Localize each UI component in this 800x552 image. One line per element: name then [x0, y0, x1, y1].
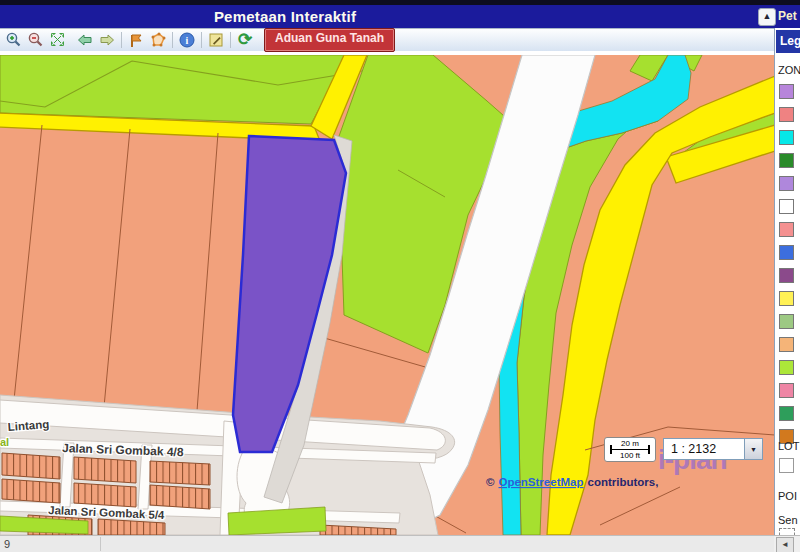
zoom-out-button[interactable] [24, 29, 46, 50]
map-canvas[interactable]: Lintang al Jalan Sri Gombak 4/8 Jalan Sr… [0, 55, 775, 535]
legend-color-swatch [779, 383, 794, 398]
map-attribution: ©OpenStreetMapcontributors, [486, 476, 658, 488]
openstreetmap-link[interactable]: OpenStreetMap [498, 476, 583, 488]
lot-section-label: LOT [778, 440, 799, 452]
zoom-out-icon [27, 31, 44, 48]
legend-sidebar: Leg ZON LOT POI Sen [774, 28, 800, 535]
collapse-sidebar-button[interactable]: ▲ [758, 8, 776, 26]
legend-color-swatch [779, 268, 794, 283]
flag-tool-icon [128, 32, 144, 48]
refresh-icon: ⟳ [238, 32, 252, 48]
svg-text:i: i [186, 35, 189, 46]
status-divider [100, 537, 101, 551]
full-extent-button[interactable] [46, 29, 68, 50]
info-button[interactable]: i [176, 29, 198, 50]
status-bar: 9 [0, 535, 774, 552]
tab-legend[interactable]: Leg [776, 30, 800, 53]
scale-bar: 20 m 100 ft [604, 437, 656, 462]
back-arrow-icon [77, 33, 93, 47]
sidebar-scrollbar[interactable]: ◄ [774, 535, 800, 552]
scale-select[interactable]: 1 : 2132 ▼ [663, 438, 763, 460]
legend-color-swatch [779, 153, 794, 168]
attribution-suffix: contributors, [587, 476, 658, 488]
refresh-button[interactable]: ⟳ [234, 29, 256, 50]
polygon-select-icon [150, 32, 167, 48]
edit-button[interactable] [205, 29, 227, 50]
legend-color-swatch [779, 222, 794, 237]
aduan-guna-tanah-button[interactable]: Aduan Guna Tanah [264, 28, 395, 52]
scale-value: 1 : 2132 [671, 442, 716, 456]
legend-color-swatch [779, 406, 794, 421]
legend-color-swatch [779, 84, 794, 99]
legend-color-swatch [779, 199, 794, 214]
legend-color-swatch [779, 314, 794, 329]
select-tool-button[interactable] [125, 29, 147, 50]
zoning-legend-swatches [779, 84, 794, 452]
title-bar: Pemetaan Interaktif ▲ Pet [0, 5, 800, 28]
previous-view-button[interactable] [74, 29, 96, 50]
forward-arrow-icon [99, 33, 115, 47]
copyright-symbol: © [486, 476, 495, 488]
scroll-left-button[interactable]: ◄ [776, 537, 794, 552]
polygon-select-button[interactable] [147, 29, 169, 50]
page-title: Pemetaan Interaktif [0, 8, 570, 25]
legend-color-swatch [779, 360, 794, 375]
zoom-in-icon [5, 31, 22, 48]
zoom-in-button[interactable] [2, 29, 24, 50]
next-view-button[interactable] [96, 29, 118, 50]
legend-color-swatch [779, 245, 794, 260]
legend-color-swatch [779, 130, 794, 145]
street-label-fragment: al [0, 436, 9, 448]
scale-bar-line [612, 449, 648, 450]
legend-color-swatch [779, 337, 794, 352]
boundary-dashed-icon [779, 528, 795, 535]
scale-metric-label: 20 m [607, 439, 653, 448]
poi-section-label: POI [778, 490, 797, 502]
legend-color-swatch [779, 107, 794, 122]
lot-legend-swatch [779, 458, 794, 473]
scale-imperial-label: 100 ft [607, 451, 653, 460]
legend-color-swatch [779, 291, 794, 306]
status-coordinate-text: 9 [4, 538, 10, 550]
info-icon: i [179, 32, 195, 48]
full-extent-icon [49, 31, 66, 48]
edit-icon [208, 32, 224, 48]
boundary-section-label: Sen [778, 514, 798, 526]
sidebar-panel-title: Pet [778, 9, 800, 23]
legend-color-swatch [779, 176, 794, 191]
chevron-down-icon[interactable]: ▼ [744, 439, 762, 459]
map-toolbar: i ⟳ Aduan Guna Tanah [0, 28, 774, 53]
map-container: Lintang al Jalan Sri Gombak 4/8 Jalan Sr… [0, 55, 775, 535]
zoning-section-label: ZON [778, 64, 800, 76]
